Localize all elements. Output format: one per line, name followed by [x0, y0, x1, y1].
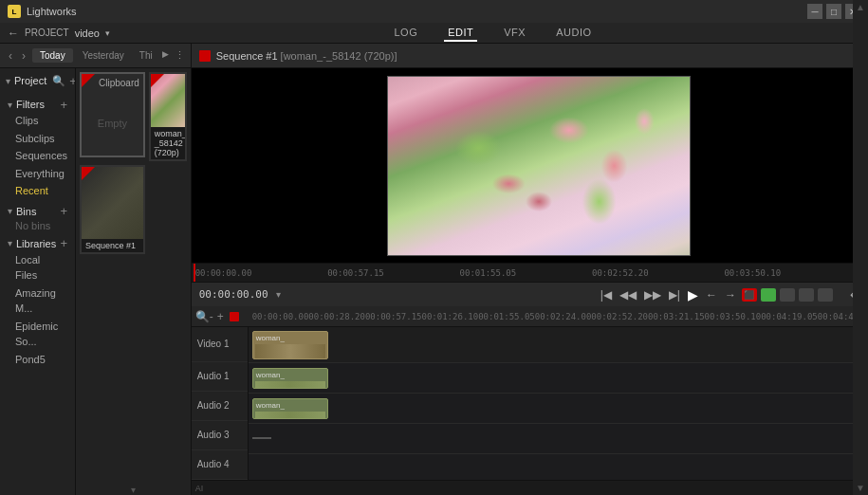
title-bar: L Lightworks ─ □ ✕ [0, 0, 868, 23]
libraries-title-row: ▾ Libraries + [8, 236, 67, 251]
panel-play-icon[interactable]: ▶ [162, 49, 169, 62]
libraries-add-icon[interactable]: + [60, 236, 67, 250]
tab-vfx[interactable]: VFX [500, 25, 529, 42]
sequence-title: Sequence #1 [woman_-_58142 (720p)] [216, 50, 397, 62]
play-button[interactable]: ▶ [686, 286, 700, 303]
minimize-button[interactable]: ─ [807, 4, 822, 19]
preview-video [387, 76, 691, 256]
ruler-t4: 00:01:55.05 [478, 312, 535, 321]
zoom-in-icon[interactable]: + [217, 310, 224, 323]
tab-audio[interactable]: AUDIO [552, 25, 595, 42]
tracks-scroll: woman_ woman_ woman_ [249, 327, 868, 480]
project-title: Project [14, 75, 46, 86]
thumbnail-scroll: Clipboard Empty woman_-_58142 (720p) [76, 68, 191, 484]
icon-button-2[interactable] [799, 288, 814, 302]
libraries-arrow: ▾ [8, 238, 12, 248]
tracks-container: Video 1 Audio 1 Audio 2 Audio 3 Audio 4 … [192, 327, 868, 480]
scrubber-times: 00:00:00.00 00:00:57.15 00:01:55.05 00:0… [192, 264, 868, 282]
filter-clips[interactable]: Clips [8, 112, 67, 130]
woman-video-thumbnail: woman_-_58142 (720p) [151, 74, 185, 159]
icon-button-1[interactable] [780, 288, 795, 302]
track-audio2: woman_ [249, 394, 868, 424]
thumb-clipboard[interactable]: Clipboard Empty [80, 72, 145, 157]
project-nav: ← PROJECT video ▾ [8, 27, 110, 40]
bottom-bar: AI [192, 480, 868, 495]
clip-thumbnail [255, 344, 325, 359]
panel-header: ‹ › Today Yesterday Thi ▶ ⋮ [0, 44, 191, 68]
back-button[interactable]: ← [8, 27, 19, 40]
scrubber-t4: 00:03:50.10 [724, 268, 781, 278]
tab-thi[interactable]: Thi [134, 48, 158, 63]
audio-clip-2[interactable]: woman_ [252, 398, 328, 419]
lib-pond5[interactable]: Pond5 [8, 351, 67, 369]
project-add-icon[interactable]: + [69, 74, 76, 88]
lib-amazing[interactable]: Amazing M... [8, 284, 67, 318]
tab-today[interactable]: Today [32, 48, 73, 63]
filter-recent[interactable]: Recent [8, 182, 67, 200]
record-button[interactable]: ⬛ [742, 288, 757, 302]
video-clip-1[interactable]: woman_ [252, 331, 328, 359]
left-panel: ‹ › Today Yesterday Thi ▶ ⋮ ▾ Project 🔍 [0, 44, 192, 495]
step-forward-button[interactable]: ▶▶ [642, 287, 663, 302]
project-dropdown-arrow[interactable]: ▾ [105, 28, 110, 38]
sequence1-label: Sequence #1 [82, 239, 143, 252]
timecode-current: 00:00:00.00 [199, 288, 268, 301]
scroll-down-arrow[interactable]: ▾ [131, 485, 136, 495]
filters-add-icon[interactable]: + [60, 98, 67, 112]
bins-add-icon[interactable]: + [60, 204, 67, 218]
ruler-t2: 00:00:57.15 [365, 312, 422, 321]
filters-title: Filters [16, 99, 45, 110]
filter-everything[interactable]: Everything [8, 165, 67, 183]
tab-log[interactable]: LOG [390, 25, 421, 42]
clip-label-audio1: woman_ [253, 369, 327, 381]
sequence-red-marker [199, 50, 211, 62]
filters-arrow: ▾ [8, 100, 12, 110]
audio-icon-button[interactable] [818, 288, 833, 302]
step-back-button[interactable]: ◀◀ [618, 287, 638, 302]
clip-waveform-1 [255, 381, 325, 389]
mark-in-button[interactable]: ← [704, 287, 719, 302]
skip-forward-button[interactable]: ▶| [667, 287, 682, 302]
project-search-icon[interactable]: 🔍 [52, 75, 65, 87]
panel-body: ▾ Project 🔍 + ▾ Filters + Clips Subclips [0, 68, 191, 495]
ruler-t7: 00:03:21.15 [648, 312, 705, 321]
filters-section: ▾ Filters + Clips Subclips Sequences Eve… [0, 95, 75, 202]
app-name: Lightworks [27, 6, 77, 17]
ruler-t9: 00:04:19.05 [761, 312, 818, 321]
filter-subclips[interactable]: Subclips [8, 130, 67, 148]
green-button[interactable] [761, 288, 776, 302]
track-video1: woman_ [249, 327, 868, 363]
timecode-dropdown[interactable]: ▾ [276, 289, 281, 300]
right-panel: Sequence #1 [woman_-_58142 (720p)] ⋮ 00:… [192, 44, 868, 495]
thumb-woman-video[interactable]: woman_-_58142 (720p) [149, 72, 187, 161]
zoom-out-icon[interactable]: 🔍- [195, 310, 213, 323]
scrubber-t1: 00:00:57.15 [327, 268, 384, 278]
audio-clip-1[interactable]: woman_ [252, 368, 328, 389]
timeline-area: 🔍- + 00:00:00.00 00:00:28.20 00:00:57.15… [192, 306, 868, 495]
tab-edit[interactable]: EDIT [444, 25, 477, 42]
thumb-sequence1[interactable]: Sequence #1 [80, 165, 145, 254]
sequence1-thumbnail: Sequence #1 [82, 167, 143, 252]
panel-back-button[interactable]: ‹ [6, 47, 15, 64]
ruler-t0: 00:00:00.00 [252, 312, 309, 321]
lib-epidemic[interactable]: Epidemic So... [8, 318, 67, 351]
track-scroll-right: ▲ ▼ [853, 327, 868, 480]
panel-forward-button[interactable]: › [19, 47, 28, 64]
libraries-title: Libraries [16, 238, 56, 249]
sequence-subtitle: [woman_-_58142 (720p)] [281, 50, 397, 62]
track-label-video1: Video 1 [192, 327, 248, 362]
mark-out-button[interactable]: → [723, 287, 738, 302]
project-section: ▾ Project 🔍 + [0, 68, 75, 95]
panel-menu-icon[interactable]: ⋮ [175, 49, 185, 62]
tab-yesterday[interactable]: Yesterday [77, 48, 130, 63]
preview-area [192, 68, 868, 263]
skip-back-button[interactable]: |◀ [599, 287, 614, 302]
sidebar: ▾ Project 🔍 + ▾ Filters + Clips Subclips [0, 68, 76, 495]
project-name: video [75, 28, 100, 39]
filter-sequences[interactable]: Sequences [8, 147, 67, 165]
scrubber-area[interactable]: 00:00:00.00 00:00:57.15 00:01:55.05 00:0… [192, 263, 868, 282]
lib-local-files[interactable]: Local Files [8, 251, 67, 284]
maximize-button[interactable]: □ [826, 4, 841, 19]
bins-arrow: ▾ [8, 206, 12, 216]
clipboard-empty: Empty [82, 90, 143, 156]
